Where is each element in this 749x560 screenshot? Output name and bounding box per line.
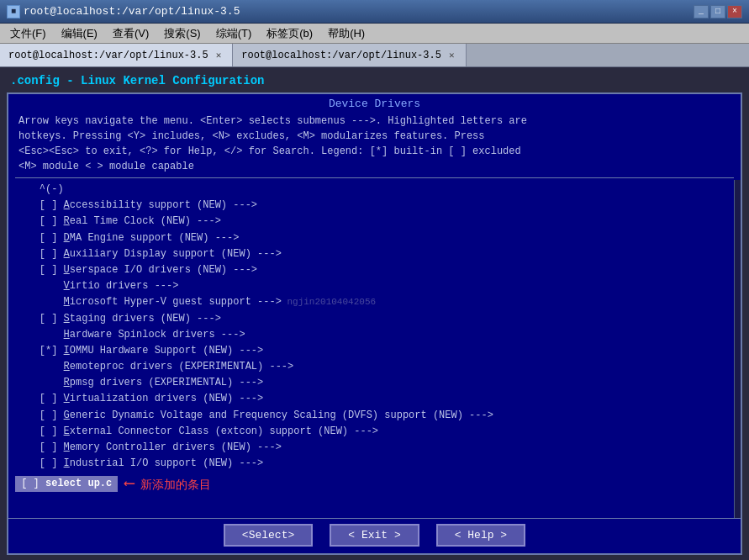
list-item[interactable]: [ ] Generic Dynamic Voltage and Frequenc… <box>15 408 727 424</box>
arrow-icon: ⟵ <box>124 472 134 496</box>
main-area: .config - Linux Kernel Configuration Dev… <box>0 67 749 560</box>
menu-tabs[interactable]: 标签页(b) <box>260 24 319 43</box>
menu-help[interactable]: 帮助(H) <box>321 24 372 43</box>
kernel-content: ^(-) [ ] Accessibility support (NEW) ---… <box>8 180 741 518</box>
list-item[interactable]: [ ] DMA Engine support (NEW) ---> <box>15 230 727 246</box>
list-item[interactable]: [ ] Memory Controller drivers (NEW) ---> <box>15 440 727 456</box>
help-line-2: <Esc><Esc> to exit, <?> for Help, </> fo… <box>18 145 521 157</box>
list-item[interactable]: [ ] Real Time Clock (NEW) ---> <box>15 214 727 230</box>
annotation-text: 新添加的条目 <box>140 475 211 494</box>
list-item[interactable]: [ ] Industrial I/O support (NEW) ---> <box>15 456 727 472</box>
exit-button[interactable]: < Exit > <box>330 524 419 547</box>
window-title: root@localhost:/var/opt/linux-3.5 <box>24 5 240 18</box>
kernel-help: Arrow keys navigate the menu. <Enter> se… <box>8 112 741 176</box>
tab-spacer <box>467 44 749 66</box>
list-item[interactable]: [ ] Staging drivers (NEW) ---> <box>15 311 727 327</box>
select-button[interactable]: <Select> <box>224 524 313 547</box>
tab-0-label: root@localhost:/var/opt/linux-3.5 <box>8 50 208 61</box>
menu-terminal[interactable]: 综端(T) <box>209 24 259 43</box>
highlighted-item[interactable]: [ ] select up.c <box>15 476 118 492</box>
menu-search[interactable]: 搜索(S) <box>157 24 207 43</box>
minimize-button[interactable]: _ <box>694 5 709 18</box>
title-bar-left: ■ root@localhost:/var/opt/linux-3.5 <box>7 5 240 18</box>
app-icon: ■ <box>7 5 20 18</box>
list-item[interactable]: [*] IOMMU Hardware Support (NEW) ---> <box>15 343 727 359</box>
menu-bar: 文件(F) 编辑(E) 查看(V) 搜索(S) 综端(T) 标签页(b) 帮助(… <box>0 24 749 44</box>
last-row-wrapper: [ ] select up.c ⟵ 新添加的条目 <box>15 472 727 496</box>
kernel-list: ^(-) [ ] Accessibility support (NEW) ---… <box>8 180 734 518</box>
list-item[interactable]: [ ] Auxiliary Display support (NEW) ---> <box>15 246 727 262</box>
tab-1-label: root@localhost:/var/opt/linux-3.5 <box>241 50 441 61</box>
title-bar: ■ root@localhost:/var/opt/linux-3.5 _ □ … <box>0 0 749 24</box>
list-item[interactable]: Hardware Spinlock drivers ---> <box>15 327 727 343</box>
help-line-1: hotkeys. Pressing <Y> includes, <N> excl… <box>18 130 485 142</box>
menu-edit[interactable]: 编辑(E) <box>55 24 104 43</box>
tab-1[interactable]: root@localhost:/var/opt/linux-3.5 ✕ <box>233 44 466 66</box>
menu-file[interactable]: 文件(F) <box>3 24 53 43</box>
list-item[interactable]: [ ] External Connector Class (extcon) su… <box>15 424 727 440</box>
tab-bar: root@localhost:/var/opt/linux-3.5 ✕ root… <box>0 44 749 67</box>
tab-1-close[interactable]: ✕ <box>446 49 457 61</box>
list-item[interactable]: [ ] Virtualization drivers (NEW) ---> <box>15 391 727 407</box>
list-item[interactable]: Virtio drivers ---> <box>15 278 727 294</box>
maximize-button[interactable]: □ <box>710 5 725 18</box>
kernel-divider <box>15 177 734 178</box>
list-item-text: Microsoft Hyper-V guest support ---> <box>15 294 282 310</box>
tab-0[interactable]: root@localhost:/var/opt/linux-3.5 ✕ <box>0 44 233 66</box>
list-item: ^(-) <box>15 182 727 198</box>
list-item[interactable]: Remoteproc drivers (EXPERIMENTAL) ---> <box>15 359 727 375</box>
list-item[interactable]: [ ] Userspace I/O drivers (NEW) ---> <box>15 262 727 278</box>
close-button[interactable]: × <box>727 5 742 18</box>
help-button[interactable]: < Help > <box>436 524 525 547</box>
button-row: <Select> < Exit > < Help > <box>8 518 741 553</box>
list-item[interactable]: [ ] Accessibility support (NEW) ---> <box>15 198 727 214</box>
config-header: .config - Linux Kernel Configuration <box>3 71 746 91</box>
help-line-3: <M> module < > module capable <box>18 161 194 172</box>
help-line-0: Arrow keys navigate the menu. <Enter> se… <box>18 115 527 127</box>
scrollbar[interactable] <box>734 180 741 518</box>
watermark: ngjin20104042056 <box>282 295 376 310</box>
tab-0-close[interactable]: ✕ <box>214 49 224 61</box>
list-item[interactable]: Microsoft Hyper-V guest support ---> ngj… <box>15 294 727 310</box>
kernel-list-inner: ^(-) [ ] Accessibility support (NEW) ---… <box>8 180 734 498</box>
kernel-config-box: Device Drivers Arrow keys navigate the m… <box>7 92 742 555</box>
kernel-title: Device Drivers <box>8 94 741 112</box>
window-controls[interactable]: _ □ × <box>694 5 742 18</box>
list-item[interactable]: Rpmsg drivers (EXPERIMENTAL) ---> <box>15 375 727 391</box>
menu-view[interactable]: 查看(V) <box>106 24 156 43</box>
